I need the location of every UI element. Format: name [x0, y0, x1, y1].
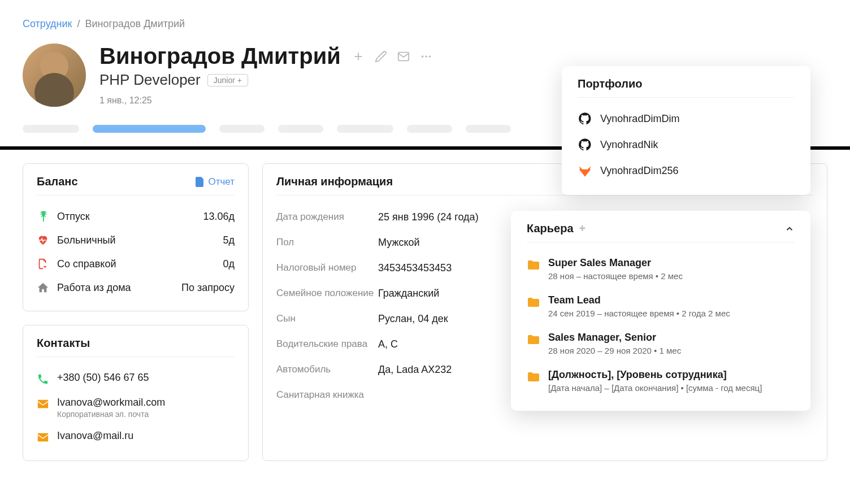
svg-point-5	[428, 55, 431, 58]
balance-row-wfh: Работа из дома По запросу	[37, 276, 235, 299]
info-title: Личная информация	[276, 175, 393, 188]
chevron-up-icon[interactable]	[784, 224, 795, 234]
home-icon	[37, 281, 49, 294]
breadcrumb: Сотрудник / Виноградов Дмитрий	[0, 0, 850, 34]
github-icon	[578, 111, 592, 126]
tab-5[interactable]	[337, 125, 393, 133]
add-icon[interactable]	[352, 50, 365, 63]
contact-phone: +380 (50) 546 67 65	[37, 366, 235, 391]
report-link[interactable]: Отчет	[196, 176, 235, 188]
balance-row-sick: Больничный 5д	[37, 228, 235, 252]
career-title: Карьера	[527, 222, 574, 235]
edit-icon[interactable]	[375, 50, 387, 63]
balance-value: По запросу	[181, 282, 235, 294]
tab-3[interactable]	[219, 125, 264, 133]
tab-2-active[interactable]	[93, 125, 206, 133]
balance-value: 0д	[223, 258, 235, 270]
svg-point-3	[422, 55, 424, 58]
tab-1[interactable]	[23, 125, 79, 133]
profile-role: PHP Developer	[99, 71, 201, 89]
balance-card: Баланс Отчет Отпуск 13.06д Больничный 5д…	[23, 163, 249, 311]
breadcrumb-link[interactable]: Сотрудник	[23, 18, 72, 29]
portfolio-title: Портфолио	[578, 77, 643, 90]
balance-row-vacation: Отпуск 13.06д	[37, 205, 235, 228]
tab-6[interactable]	[407, 125, 452, 133]
career-item[interactable]: Team Lead24 сен 2019 – настоящее время •…	[527, 288, 795, 325]
career-card: Карьера + Super Sales Manager28 ноя – на…	[511, 211, 810, 411]
heart-icon	[37, 234, 49, 246]
portfolio-item[interactable]: VynohradNik	[578, 132, 795, 158]
phone-icon	[37, 373, 49, 385]
balance-value: 13.06д	[203, 211, 235, 223]
mail-icon	[37, 431, 49, 444]
contact-email-work: Ivanova@workmail.comКорпоративная эл. по…	[37, 391, 235, 424]
palm-icon	[37, 210, 49, 223]
contacts-card: Контакты +380 (50) 546 67 65 Ivanova@wor…	[23, 325, 249, 461]
balance-value: 5д	[223, 234, 235, 246]
portfolio-item[interactable]: VynohradDim256	[578, 158, 795, 184]
heart-doc-icon	[37, 258, 49, 270]
contacts-title: Контакты	[37, 337, 90, 350]
breadcrumb-separator: /	[77, 18, 80, 29]
tab-7[interactable]	[466, 125, 511, 133]
github-icon	[578, 137, 592, 152]
profile-name: Виноградов Дмитрий	[99, 44, 341, 69]
career-item[interactable]: Super Sales Manager28 ноя – настоящее вр…	[527, 250, 795, 288]
portfolio-item[interactable]: VynohradDimDim	[578, 106, 795, 132]
document-icon	[196, 177, 205, 187]
career-item[interactable]: [Должность], [Уровень сотрудника][Дата н…	[527, 362, 795, 399]
level-badge: Junior +	[207, 74, 248, 86]
svg-point-4	[425, 55, 427, 58]
folder-icon	[527, 296, 540, 309]
folder-icon	[527, 258, 540, 272]
gitlab-icon	[578, 163, 592, 178]
tab-4[interactable]	[278, 125, 323, 133]
avatar[interactable]	[23, 44, 86, 107]
add-career-icon[interactable]: +	[579, 222, 586, 235]
contact-email-personal: Ivanova@mail.ru	[37, 424, 235, 449]
folder-icon	[527, 370, 540, 384]
balance-title: Баланс	[37, 175, 78, 188]
mail-icon	[37, 398, 49, 410]
portfolio-card: Портфолио VynohradDimDim VynohradNik Vyn…	[562, 66, 810, 195]
more-icon[interactable]	[420, 50, 432, 63]
breadcrumb-current: Виноградов Дмитрий	[85, 18, 185, 29]
balance-row-certified: Со справкой 0д	[37, 252, 235, 276]
folder-icon	[527, 333, 540, 346]
career-item[interactable]: Sales Manager, Senior28 ноя 2020 – 29 но…	[527, 325, 795, 362]
mail-icon[interactable]	[397, 50, 410, 63]
